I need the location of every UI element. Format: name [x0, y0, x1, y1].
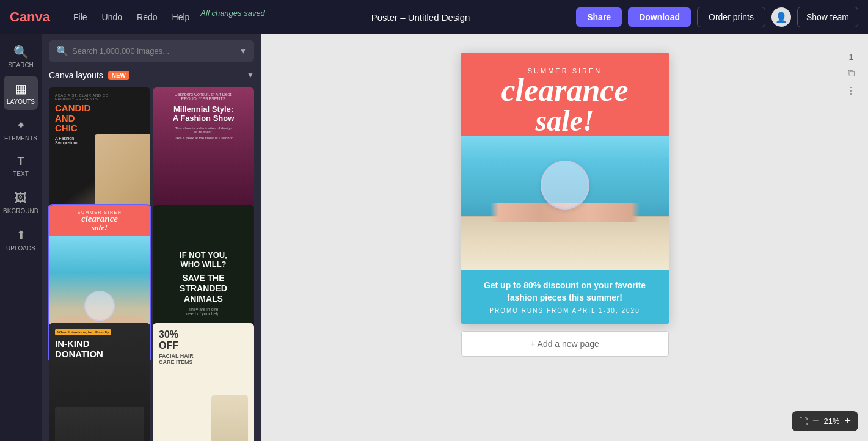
new-badge: NEW [108, 71, 129, 80]
search-icon: 🔍 [13, 45, 29, 59]
layout-card-facial[interactable]: 30%OFF FACIAL HAIRCARE ITEMS [153, 323, 254, 441]
sidebar-item-search[interactable]: 🔍 SEARCH [4, 39, 38, 73]
text-icon: T [18, 155, 24, 168]
redo-menu[interactable]: Redo [131, 9, 163, 26]
avatar[interactable]: 👤 [771, 7, 791, 27]
zoom-out-button[interactable]: − [812, 415, 819, 428]
sidebar-item-uploads[interactable]: ⬆ UPLOADS [4, 222, 38, 257]
main-layout: 🔍 SEARCH ▦ LAYOUTS ✦ ELEMENTS T TEXT 🖼 B… [0, 34, 868, 441]
fullscreen-icon[interactable]: ⛶ [799, 417, 808, 426]
layouts-title: Canva layouts [49, 70, 103, 80]
search-chevron-icon[interactable]: ▼ [239, 47, 247, 56]
pool-hat [541, 161, 589, 210]
copy-page-icon[interactable]: ⧉ [848, 68, 855, 79]
sidebar-label-elements: ELEMENTS [4, 135, 37, 142]
poster-image [461, 136, 669, 270]
sidebar-label-layouts: LAYOUTS [7, 98, 35, 105]
poster-cta: Get up to 80% discount on your favorite … [473, 280, 657, 304]
layout-card-donation[interactable]: When Intentions, Inc. Proudly IN-KINDDON… [49, 323, 150, 441]
poster-bottom: Get up to 80% discount on your favorite … [461, 270, 669, 324]
uploads-icon: ⬆ [16, 228, 26, 242]
poster-pool [461, 136, 669, 270]
search-row: 🔍 ▼ [49, 40, 254, 62]
add-page-button[interactable]: + Add a new page [461, 331, 669, 357]
sidebar-item-elements[interactable]: ✦ ELEMENTS [4, 112, 38, 147]
canva-logo[interactable]: Canva [10, 9, 50, 25]
topbar-actions: Share Download Order prints 👤 Show team [576, 7, 858, 27]
page-controls: 1 ⧉ ⋮ [846, 53, 856, 97]
topbar-center: Poster – Untitled Design [277, 12, 564, 23]
order-prints-button[interactable]: Order prints [697, 7, 765, 27]
poster-sale: sale! [536, 106, 594, 136]
pool-deck [461, 216, 669, 270]
zoom-bar: ⛶ − 21% + [792, 411, 858, 431]
sidebar-label-uploads: UPLOADS [6, 245, 35, 252]
poster-promo: PROMO RUNS FROM APRIL 1-30, 2020 [473, 307, 657, 314]
search-input[interactable] [72, 46, 239, 56]
background-icon: 🖼 [15, 191, 27, 205]
zoom-level: 21% [823, 417, 839, 426]
saved-status: All changes saved [200, 9, 265, 26]
poster-wrapper: SUMMER SIREN clearance sale! Get up to 8… [461, 53, 669, 357]
page-number: 1 [848, 53, 853, 62]
document-title[interactable]: Poster – Untitled Design [371, 12, 470, 23]
page-options-icon[interactable]: ⋮ [846, 85, 856, 97]
layouts-grid: ACACIA ST. CLAIR AND COPROUDLY PRESENTS … [42, 85, 261, 441]
poster[interactable]: SUMMER SIREN clearance sale! Get up to 8… [461, 53, 669, 324]
show-team-button[interactable]: Show team [797, 7, 858, 27]
panel-chevron-icon[interactable]: ▼ [247, 71, 254, 79]
search-icon-small: 🔍 [56, 45, 68, 57]
undo-menu[interactable]: Undo [96, 9, 128, 26]
poster-top: SUMMER SIREN clearance sale! [461, 53, 669, 136]
sidebar-label-text: TEXT [13, 170, 29, 177]
layouts-icon: ▦ [15, 81, 27, 96]
help-menu[interactable]: Help [166, 9, 196, 26]
poster-clearance: clearance [501, 75, 629, 106]
canvas-area: SUMMER SIREN clearance sale! Get up to 8… [261, 34, 868, 441]
sidebar-label-search: SEARCH [8, 62, 34, 68]
elements-icon: ✦ [16, 118, 26, 133]
sidebar-label-background: BKGROUND [3, 208, 38, 214]
sidebar-item-layouts[interactable]: ▦ LAYOUTS [4, 76, 38, 110]
zoom-in-button[interactable]: + [844, 415, 851, 428]
file-menu[interactable]: File [67, 9, 93, 26]
sidebar-item-text[interactable]: T TEXT [4, 149, 38, 183]
share-button[interactable]: Share [576, 7, 622, 27]
layouts-panel: 🔍 ▼ Canva layouts NEW ▼ ACACIA ST. CLAIR… [42, 34, 261, 441]
topbar-nav: File Undo Redo Help All changes saved [67, 9, 265, 26]
sidebar-icons: 🔍 SEARCH ▦ LAYOUTS ✦ ELEMENTS T TEXT 🖼 B… [0, 34, 42, 441]
topbar: Canva File Undo Redo Help All changes sa… [0, 0, 868, 34]
download-button[interactable]: Download [628, 7, 691, 27]
panel-search-area: 🔍 ▼ [42, 34, 261, 65]
sidebar-item-background[interactable]: 🖼 BKGROUND [4, 186, 38, 220]
panel-header: Canva layouts NEW ▼ [42, 65, 261, 85]
